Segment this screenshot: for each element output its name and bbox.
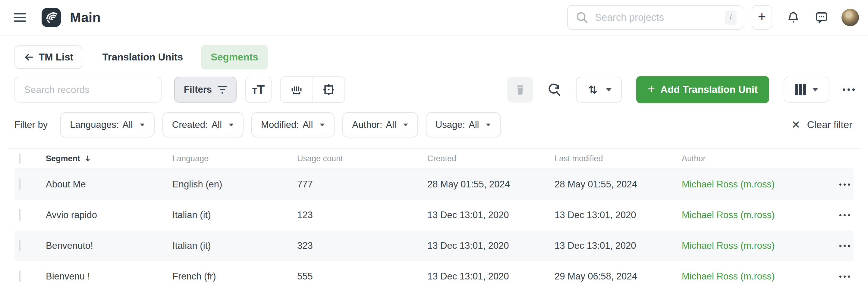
select-all-checkbox[interactable] <box>19 153 21 163</box>
filter-created-dropdown[interactable]: Created: All <box>162 112 244 138</box>
columns-icon <box>795 84 806 95</box>
more-actions-button[interactable] <box>843 88 855 91</box>
filters-button[interactable]: Filters <box>174 77 237 103</box>
clear-filter-button[interactable]: ✕ Clear filter <box>791 119 852 131</box>
topbar: Main Search projects / + <box>0 0 868 36</box>
ellipsis-icon <box>843 88 855 91</box>
row-more-actions-button[interactable] <box>839 276 850 278</box>
column-header-created[interactable]: Created <box>427 154 555 163</box>
cell-segment: Benvenuto! <box>46 241 173 251</box>
cell-created: 13 Dec 13:01, 2020 <box>427 210 555 220</box>
menu-icon[interactable] <box>14 10 28 24</box>
chevron-down-icon <box>403 123 408 126</box>
plus-icon: + <box>648 89 655 90</box>
table-row[interactable]: Bienvenu ! French (fr) 555 13 Dec 13:01,… <box>14 261 854 292</box>
cell-last-modified: 13 Dec 13:01, 2020 <box>555 241 682 251</box>
feedback-button[interactable] <box>814 10 829 25</box>
notifications-button[interactable] <box>786 10 801 25</box>
filter-usage-dropdown[interactable]: Usage: All <box>426 112 501 138</box>
table-row[interactable]: Benvenuto! Italian (it) 323 13 Dec 13:01… <box>14 230 854 261</box>
add-project-button[interactable]: + <box>752 5 772 30</box>
clear-filter-label: Clear filter <box>807 119 852 131</box>
filter-bar: Filter by Languages: All Created: All Mo… <box>0 103 868 138</box>
cell-author-link[interactable]: Michael Ross (m.ross) <box>682 241 814 251</box>
sort-desc-icon <box>83 154 92 163</box>
placeholders-button[interactable] <box>313 77 344 102</box>
column-header-language[interactable]: Language <box>173 154 297 163</box>
user-avatar[interactable] <box>841 9 859 26</box>
cell-segment: About Me <box>46 179 173 190</box>
filters-label: Filters <box>184 84 212 95</box>
cell-last-modified: 29 May 06:58, 2024 <box>555 271 682 282</box>
cell-created: 13 Dec 13:01, 2020 <box>427 271 555 282</box>
chat-icon <box>814 10 829 25</box>
close-icon: ✕ <box>791 119 800 130</box>
sort-arrows-icon <box>586 83 599 96</box>
table-row[interactable]: About Me English (en) 777 28 May 01:55, … <box>14 169 854 200</box>
filter-languages-dropdown[interactable]: Languages: All <box>60 112 155 138</box>
column-header-segment[interactable]: Segment <box>46 154 173 163</box>
tm-nav: TM List Translation Units Segments <box>0 36 868 69</box>
table-header-row: Segment Language Usage count Created Las… <box>14 149 854 169</box>
delete-selected-button[interactable] <box>507 77 533 103</box>
table-row[interactable]: Avvio rapido Italian (it) 123 13 Dec 13:… <box>14 200 854 230</box>
row-more-actions-button[interactable] <box>839 245 850 247</box>
filter-value: All <box>303 119 313 130</box>
row-checkbox[interactable] <box>19 178 21 190</box>
app-logo[interactable] <box>41 8 61 27</box>
text-case-button[interactable]: TT <box>245 77 272 103</box>
filter-name: Languages: <box>70 119 119 130</box>
column-header-author[interactable]: Author <box>682 154 814 163</box>
cell-usage-count: 323 <box>297 241 427 251</box>
row-checkbox[interactable] <box>19 209 21 221</box>
row-checkbox[interactable] <box>19 240 21 252</box>
show-invisibles-button[interactable] <box>281 77 313 102</box>
search-replace-button[interactable] <box>547 82 561 97</box>
logo-shell-icon <box>44 11 58 24</box>
cell-author-link[interactable]: Michael Ross (m.ross) <box>682 271 814 282</box>
tab-segments[interactable]: Segments <box>201 45 268 70</box>
add-translation-unit-button[interactable]: + Add Translation Unit <box>636 76 769 103</box>
view-options-group <box>280 76 345 103</box>
filter-value: All <box>122 119 133 130</box>
chevron-down-icon <box>486 123 491 126</box>
sort-button[interactable] <box>576 77 622 103</box>
row-more-actions-button[interactable] <box>839 214 850 216</box>
back-to-tm-list-button[interactable]: TM List <box>14 45 82 69</box>
cell-author-link[interactable]: Michael Ross (m.ross) <box>682 179 814 190</box>
cell-created: 13 Dec 13:01, 2020 <box>427 241 555 251</box>
page-title: Main <box>70 10 101 25</box>
cell-segment: Avvio rapido <box>46 210 173 220</box>
filter-lines-icon <box>218 86 227 94</box>
bell-icon <box>786 10 801 25</box>
segments-table: Segment Language Usage count Created Las… <box>0 148 868 292</box>
search-records-input[interactable] <box>14 77 161 103</box>
cell-last-modified: 28 May 01:55, 2024 <box>555 179 682 190</box>
filter-name: Usage: <box>435 119 465 130</box>
filter-value: All <box>469 119 479 130</box>
search-icon <box>575 10 589 24</box>
filter-modified-dropdown[interactable]: Modified: All <box>251 112 335 138</box>
trash-icon <box>514 83 527 96</box>
filter-author-dropdown[interactable]: Author: All <box>342 112 418 138</box>
cell-language: Italian (it) <box>173 241 297 251</box>
search-projects-input[interactable]: Search projects / <box>567 5 743 30</box>
shortcut-key-badge: / <box>725 10 737 25</box>
column-header-last-modified[interactable]: Last modified <box>555 154 682 163</box>
row-more-actions-button[interactable] <box>839 183 850 186</box>
barcode-icon <box>290 83 304 97</box>
columns-button[interactable] <box>784 77 830 103</box>
column-header-usage-count[interactable]: Usage count <box>297 154 427 163</box>
tab-translation-units[interactable]: Translation Units <box>102 51 183 63</box>
add-translation-unit-label: Add Translation Unit <box>660 84 758 95</box>
row-checkbox[interactable] <box>19 270 21 282</box>
filter-name: Modified: <box>261 119 299 130</box>
filter-value: All <box>386 119 396 130</box>
back-label: TM List <box>38 51 73 63</box>
filter-name: Author: <box>352 119 382 130</box>
cell-language: French (fr) <box>173 271 297 282</box>
focus-frame-icon <box>322 83 336 97</box>
chevron-down-icon <box>606 88 612 91</box>
cell-created: 28 May 01:55, 2024 <box>427 179 555 190</box>
cell-author-link[interactable]: Michael Ross (m.ross) <box>682 210 814 220</box>
